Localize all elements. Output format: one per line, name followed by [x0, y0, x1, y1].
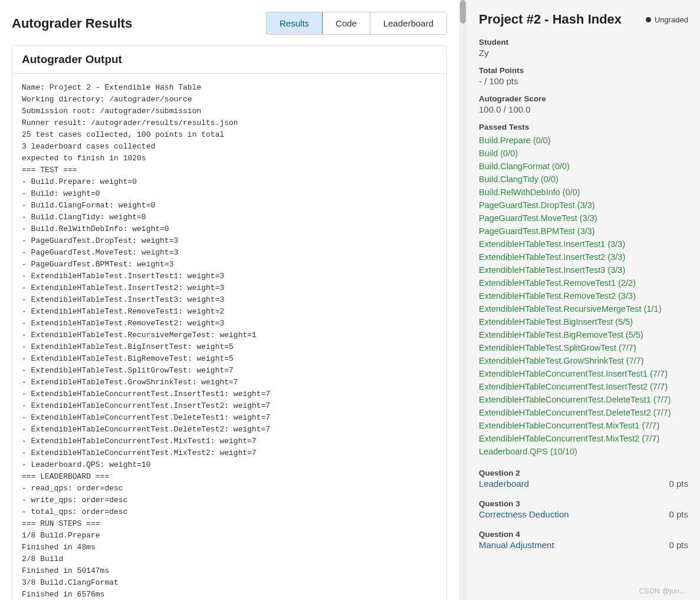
status-dot-icon — [646, 17, 651, 22]
question-points: 0 pts — [669, 479, 688, 489]
scrollbar-thumb[interactable] — [460, 0, 466, 24]
question-link[interactable]: Leaderboard — [479, 479, 529, 489]
passed-test-item[interactable]: PageGuardTest.BPMTest (3/3) — [479, 225, 688, 238]
passed-test-item[interactable]: ExtendibleHTableTest.RemoveTest2 (3/3) — [479, 289, 688, 302]
question-row: Manual Adjustment0 pts — [479, 540, 688, 550]
passed-test-item[interactable]: Leaderboard.QPS (10/10) — [479, 445, 688, 458]
autograder-score-value: 100.0 / 100.0 — [479, 104, 688, 114]
passed-test-item[interactable]: ExtendibleHTableTest.InsertTest2 (3/3) — [479, 250, 688, 263]
passed-test-item[interactable]: Build.ClangTidy (0/0) — [479, 173, 688, 186]
question-heading: Question 4 — [479, 530, 688, 539]
passed-test-item[interactable]: ExtendibleHTableConcurrentTest.InsertTes… — [479, 367, 688, 380]
output-body: Name: Project 2 - Extendible Hash Table … — [12, 74, 446, 600]
output-card-title: Autograder Output — [12, 46, 446, 74]
side-panel: Project #2 - Hash Index Ungraded Student… — [467, 0, 700, 600]
question-points: 0 pts — [669, 509, 688, 519]
passed-test-item[interactable]: ExtendibleHTableTest.BigInsertTest (5/5) — [479, 315, 688, 328]
passed-test-item[interactable]: ExtendibleHTableConcurrentTest.DeleteTes… — [479, 393, 688, 406]
student-label: Student — [479, 38, 688, 47]
passed-test-item[interactable]: ExtendibleHTableTest.InsertTest3 (3/3) — [479, 263, 688, 276]
page-title: Autograder Results — [12, 16, 132, 31]
question-link[interactable]: Manual Adjustment — [479, 540, 554, 550]
passed-test-item[interactable]: Build (0/0) — [479, 147, 688, 160]
question-heading: Question 3 — [479, 499, 688, 508]
passed-test-item[interactable]: ExtendibleHTableConcurrentTest.InsertTes… — [479, 380, 688, 393]
passed-tests-label: Passed Tests — [479, 123, 688, 131]
passed-test-item[interactable]: ExtendibleHTableTest.SplitGrowTest (7/7) — [479, 341, 688, 354]
total-points-value: - / 100 pts — [479, 76, 688, 86]
passed-test-item[interactable]: ExtendibleHTableConcurrentTest.MixTest1 … — [479, 419, 688, 432]
grading-status-text: Ungraded — [655, 15, 688, 24]
tab-bar: Results Code Leaderboard — [266, 12, 447, 35]
passed-tests-list: Build.Prepare (0/0)Build (0/0)Build.Clan… — [479, 134, 688, 458]
passed-test-item[interactable]: ExtendibleHTableTest.RecursiveMergeTest … — [479, 302, 688, 315]
passed-test-item[interactable]: Build.ClangFormat (0/0) — [479, 160, 688, 173]
output-card: Autograder Output Name: Project 2 - Exte… — [12, 45, 447, 600]
passed-test-item[interactable]: ExtendibleHTableTest.InsertTest1 (3/3) — [479, 238, 688, 250]
question-row: Leaderboard0 pts — [479, 479, 688, 489]
passed-test-item[interactable]: ExtendibleHTableTest.RemoveTest1 (2/2) — [479, 276, 688, 289]
question-row: Correctness Deduction0 pts — [479, 509, 688, 519]
student-value: Zy — [479, 48, 688, 58]
passed-test-item[interactable]: PageGuardTest.DropTest (3/3) — [479, 199, 688, 212]
project-header: Project #2 - Hash Index Ungraded — [479, 12, 688, 27]
question-points: 0 pts — [669, 540, 688, 550]
grading-status: Ungraded — [646, 15, 688, 24]
project-title: Project #2 - Hash Index — [479, 12, 622, 27]
autograder-score-label: Autograder Score — [479, 94, 688, 103]
passed-test-item[interactable]: ExtendibleHTableConcurrentTest.MixTest2 … — [479, 432, 688, 445]
passed-test-item[interactable]: Build.RelWithDebInfo (0/0) — [479, 186, 688, 199]
question-heading: Question 2 — [479, 469, 688, 477]
passed-test-item[interactable]: ExtendibleHTableConcurrentTest.DeleteTes… — [479, 406, 688, 419]
total-points-label: Total Points — [479, 66, 688, 75]
vertical-scrollbar[interactable] — [459, 0, 467, 600]
question-link[interactable]: Correctness Deduction — [479, 509, 569, 519]
header-row: Autograder Results Results Code Leaderbo… — [12, 12, 447, 35]
tab-code[interactable]: Code — [322, 12, 370, 34]
passed-test-item[interactable]: ExtendibleHTableTest.BigRemoveTest (5/5) — [479, 328, 688, 341]
passed-test-item[interactable]: PageGuardTest.MoveTest (3/3) — [479, 212, 688, 225]
passed-test-item[interactable]: Build.Prepare (0/0) — [479, 134, 688, 147]
tab-leaderboard[interactable]: Leaderboard — [370, 12, 446, 34]
passed-test-item[interactable]: ExtendibleHTableTest.GrowShrinkTest (7/7… — [479, 354, 688, 367]
tab-results[interactable]: Results — [266, 12, 323, 35]
main-left-pane: Autograder Results Results Code Leaderbo… — [0, 0, 459, 600]
